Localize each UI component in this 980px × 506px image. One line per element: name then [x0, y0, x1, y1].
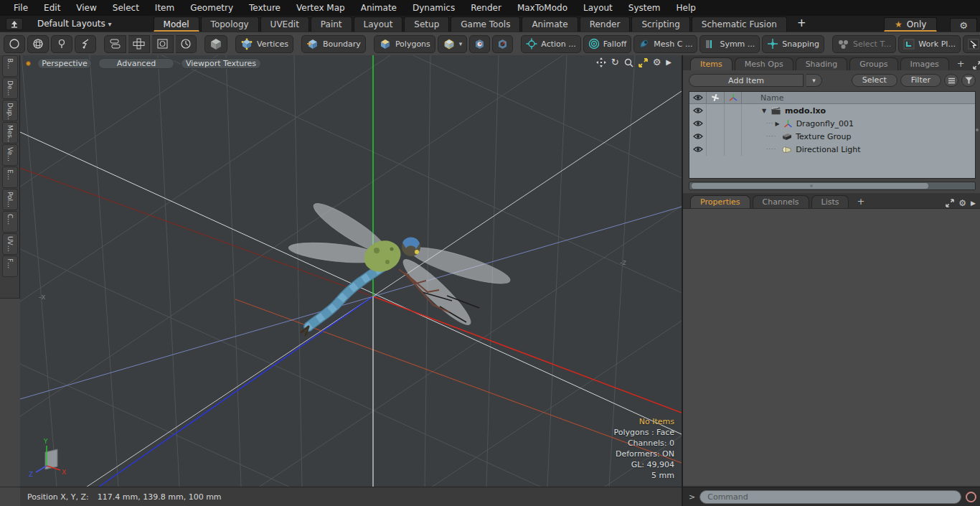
panel-gear-icon[interactable]: ⚙ — [958, 198, 966, 208]
lock-column-header[interactable] — [707, 92, 725, 103]
menu-render[interactable]: Render — [463, 3, 509, 13]
left-tool-uv[interactable]: UV… — [2, 233, 18, 255]
tree-row-scene[interactable]: ▼ modo.lxo — [689, 104, 975, 117]
viewport-shading-button[interactable]: Advanced — [98, 58, 174, 69]
select-button[interactable]: Select — [852, 74, 897, 87]
menu-texture[interactable]: Texture — [241, 3, 288, 13]
tab-animate[interactable]: Animate — [522, 17, 578, 32]
menu-layout[interactable]: Layout — [575, 3, 621, 13]
uv-region-tool-button[interactable] — [152, 35, 174, 53]
selection-sets-button[interactable]: Selecti ... — [963, 35, 980, 53]
tab-scripting[interactable]: Scripting — [631, 17, 689, 32]
center-mode-button[interactable] — [469, 35, 490, 53]
tree-item-label[interactable]: Dragonfly_001 — [796, 119, 854, 128]
add-item-dropdown-button[interactable]: ▾ — [806, 74, 822, 87]
name-column-header[interactable]: Name — [742, 93, 975, 103]
mesh-constraint-button[interactable]: Mesh C ... — [633, 35, 697, 53]
tab-groups[interactable]: Groups — [849, 57, 897, 70]
visibility-toggle[interactable] — [689, 117, 707, 130]
tree-horizontal-scrollbar[interactable] — [689, 182, 976, 190]
pin-tool-button[interactable] — [51, 35, 72, 53]
menu-file[interactable]: File — [6, 3, 36, 13]
left-tool-falloff[interactable]: F… — [2, 256, 18, 277]
pan-icon[interactable] — [596, 57, 606, 67]
tree-item-label[interactable]: modo.lxo — [785, 106, 826, 116]
visibility-toggle[interactable] — [689, 104, 707, 117]
add-properties-tab-button[interactable]: + — [851, 195, 870, 208]
filter-button[interactable]: Filter — [900, 74, 941, 87]
scrollbar-thumb[interactable] — [692, 183, 928, 189]
left-tool-polygon[interactable]: Pol… — [2, 189, 18, 210]
tab-channels[interactable]: Channels — [753, 195, 809, 208]
layout-selector[interactable]: Default Layouts ▾ — [37, 19, 112, 29]
command-input[interactable] — [699, 490, 961, 504]
left-tool-vertex[interactable]: Ve… — [2, 144, 18, 166]
tree-row-directional-light[interactable]: ···· Directional Light — [689, 143, 975, 156]
sphere-tool-button[interactable] — [27, 35, 49, 53]
add-item-button[interactable]: Add Item — [689, 74, 804, 87]
left-tool-curves[interactable]: C… — [2, 211, 18, 233]
tab-uvedit[interactable]: UVEdit — [260, 17, 309, 32]
tree-row-texture-group[interactable]: ···· Texture Group — [689, 130, 975, 143]
filter-funnel-button[interactable] — [961, 74, 976, 87]
tree-vertical-scrollbar[interactable] — [975, 91, 979, 179]
visibility-column-header[interactable] — [689, 92, 707, 103]
viewport-settings-gear-icon[interactable]: ⚙ — [653, 57, 661, 67]
tab-game-tools[interactable]: Game Tools — [451, 17, 520, 32]
tree-item-label[interactable]: Texture Group — [796, 132, 851, 141]
viewport-state-dot[interactable] — [26, 61, 31, 66]
clone-tool-button[interactable] — [104, 35, 126, 53]
pivot-mode-button[interactable] — [492, 35, 513, 53]
tab-paint[interactable]: Paint — [311, 17, 352, 32]
add-item-tab-button[interactable]: + — [951, 57, 971, 70]
dragonfly-model[interactable] — [288, 197, 513, 335]
menu-view[interactable]: View — [68, 3, 104, 13]
menu-help[interactable]: Help — [669, 3, 704, 13]
menu-edit[interactable]: Edit — [36, 3, 68, 13]
list-options-button[interactable] — [944, 74, 958, 87]
polygons-mode-button[interactable]: Polygons — [374, 35, 435, 53]
expand-arrow-icon[interactable]: ▶ — [774, 121, 781, 127]
tab-render[interactable]: Render — [580, 17, 631, 32]
menu-maxtomodo[interactable]: MaxToModo — [509, 3, 575, 13]
menu-vertex-map[interactable]: Vertex Map — [288, 3, 353, 13]
tab-properties[interactable]: Properties — [690, 195, 750, 208]
viewport-textures-button[interactable]: Viewport Textures — [181, 58, 261, 69]
command-history-icon[interactable] — [966, 492, 976, 502]
visibility-toggle[interactable] — [689, 130, 707, 143]
pin-layout-button[interactable] — [6, 18, 23, 30]
tab-model[interactable]: Model — [154, 17, 199, 32]
ellipse-tool-button[interactable] — [4, 35, 25, 53]
menu-item[interactable]: Item — [147, 3, 182, 13]
maximize-icon[interactable] — [639, 58, 648, 67]
symmetry-button[interactable]: Symm ... — [699, 35, 760, 53]
menu-system[interactable]: System — [621, 3, 669, 13]
tab-setup[interactable]: Setup — [404, 17, 449, 32]
layout-settings-button[interactable]: ⚙ — [950, 18, 977, 32]
tab-layout[interactable]: Layout — [354, 17, 403, 32]
tab-schematic-fusion[interactable]: Schematic Fusion — [692, 17, 787, 32]
work-plane-button[interactable]: Work Pl... — [898, 35, 961, 53]
snapping-button[interactable]: Snapping — [762, 35, 824, 53]
select-through-button[interactable]: Select T... — [832, 35, 896, 53]
menu-dynamics[interactable]: Dynamics — [405, 3, 463, 13]
viewport-3d[interactable]: -x -z Y — [20, 55, 682, 487]
expand-panel-icon[interactable] — [973, 61, 980, 70]
tab-lists[interactable]: Lists — [811, 195, 849, 208]
menu-select[interactable]: Select — [105, 3, 147, 13]
action-center-button[interactable]: Action ... — [521, 35, 580, 53]
axis-column-header[interactable] — [725, 92, 742, 103]
time-tool-button[interactable] — [176, 35, 197, 53]
panel-menu-arrow-icon[interactable]: ▶ — [971, 200, 976, 207]
visibility-toggle[interactable] — [689, 143, 707, 156]
tab-shading[interactable]: Shading — [796, 57, 848, 70]
ghost-mode-button[interactable] — [204, 35, 227, 53]
tree-row-dragonfly[interactable]: ··· ▶ Dragonfly_001 — [689, 117, 975, 130]
tab-mesh-ops[interactable]: Mesh Ops — [735, 57, 793, 70]
lasso-tool-button[interactable] — [75, 35, 96, 53]
add-layout-tab-button[interactable]: + — [788, 17, 815, 32]
tab-topology[interactable]: Topology — [201, 17, 259, 32]
tree-item-label[interactable]: Directional Light — [796, 145, 860, 154]
collapse-arrow-icon[interactable]: ▼ — [760, 108, 768, 114]
left-tool-duplicate[interactable]: Dup… — [2, 100, 18, 121]
